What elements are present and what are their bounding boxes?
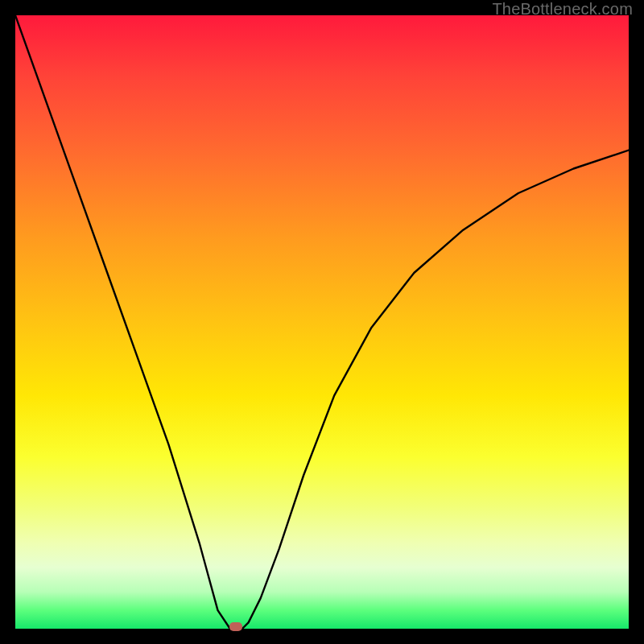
plot-area (15, 15, 629, 629)
chart-frame: TheBottleneck.com (0, 0, 644, 644)
optimum-marker (229, 622, 242, 631)
bottleneck-curve (15, 15, 629, 629)
watermark-text: TheBottleneck.com (492, 0, 633, 19)
